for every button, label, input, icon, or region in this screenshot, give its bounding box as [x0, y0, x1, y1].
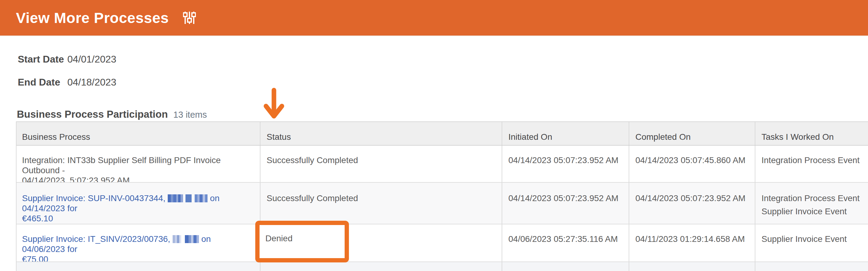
redacted-text	[168, 194, 183, 202]
column-header-initiated-on[interactable]: Initiated On	[502, 122, 629, 145]
start-date-label: Start Date	[18, 54, 67, 65]
task-item: Integration Process Event	[762, 193, 863, 203]
annotation-arrow-down-icon	[262, 87, 285, 119]
redacted-text	[185, 235, 199, 243]
start-date-row: Start Date 04/01/2023	[18, 54, 116, 64]
redacted-text	[173, 235, 181, 243]
completed-on-cell: 04/14/2023 05:07:23.952 AM	[629, 183, 755, 224]
business-process-cell: Integration: INT33b Supplier Self Billin…	[17, 145, 260, 182]
table-header-row: Business Process Status Initiated On Com…	[17, 121, 868, 145]
table-row: Supplier Invoice: IT_SINV/2023/00736, on…	[17, 224, 868, 262]
tasks-cell: Integration Process Event	[755, 145, 868, 182]
status-cell: Successfully Completed	[260, 145, 502, 182]
business-process-link-line2[interactable]: €75.00	[22, 254, 255, 262]
date-filters: Start Date 04/01/2023 End Date 04/18/202…	[18, 54, 116, 100]
completed-on-cell: 04/14/2023 05:07:45.860 AM	[629, 145, 755, 182]
table-row: Integration: INT33b Supplier Self Billin…	[17, 145, 868, 183]
section-title: Business Process Participation	[17, 109, 168, 120]
end-date-value: 04/18/2023	[67, 77, 116, 88]
tasks-cell: Supplier Invoice Event	[755, 224, 868, 262]
business-process-cell: Supplier Invoice: IT_SINV/2023/00736, on…	[17, 224, 260, 262]
column-header-status[interactable]: Status	[260, 122, 502, 145]
app-header-bar: View More Processes	[0, 0, 868, 36]
task-item: Supplier Invoice Event	[762, 206, 863, 216]
task-item: Supplier Invoice Event	[762, 234, 863, 244]
column-header-business-process[interactable]: Business Process	[17, 122, 260, 145]
start-date-value: 04/01/2023	[67, 54, 116, 65]
end-date-row: End Date 04/18/2023	[18, 77, 116, 87]
business-process-table: Business Process Status Initiated On Com…	[16, 121, 868, 271]
business-process-text-line2: 04/14/2023, 5:07:23.952 AM	[22, 175, 255, 182]
section-heading: Business Process Participation 13 items	[17, 109, 207, 120]
redacted-text	[185, 194, 192, 202]
initiated-on-cell: 04/14/2023 05:07:23.952 AM	[502, 183, 629, 224]
table-row: Supplier Invoice: SUP-INV-00437344, on 0…	[17, 183, 868, 224]
sliders-icon[interactable]	[183, 12, 196, 24]
column-header-completed-on[interactable]: Completed On	[629, 122, 755, 145]
business-process-link[interactable]: Supplier Invoice: IT_SINV/2023/00736, on…	[22, 234, 255, 254]
completed-on-cell: 04/11/2023 01:29:14.658 AM	[629, 224, 755, 262]
business-process-text-line1: Integration: INT33b Supplier Self Billin…	[22, 155, 255, 175]
initiated-on-cell: 04/14/2023 05:07:23.952 AM	[502, 145, 629, 182]
business-process-cell: Supplier Invoice: SUP-INV-00437344, on 0…	[17, 183, 260, 224]
denied-status-text: Denied	[266, 234, 292, 243]
annotation-highlight-box: Denied	[255, 221, 349, 263]
page-title: View More Processes	[16, 9, 169, 26]
column-header-tasks-i-worked-on[interactable]: Tasks I Worked On	[755, 122, 868, 145]
task-item: Integration Process Event	[762, 155, 863, 165]
table-row-partial	[17, 262, 868, 271]
item-count: 13 items	[173, 110, 207, 120]
end-date-label: End Date	[18, 77, 67, 88]
initiated-on-cell: 04/06/2023 05:27:35.116 AM	[502, 224, 629, 262]
business-process-link-line2[interactable]: €465.10	[22, 213, 255, 223]
tasks-cell: Integration Process Event Supplier Invoi…	[755, 183, 868, 224]
business-process-link[interactable]: Supplier Invoice: SUP-INV-00437344, on 0…	[22, 193, 255, 213]
status-cell: Successfully Completed	[260, 183, 502, 224]
redacted-text	[195, 194, 208, 202]
